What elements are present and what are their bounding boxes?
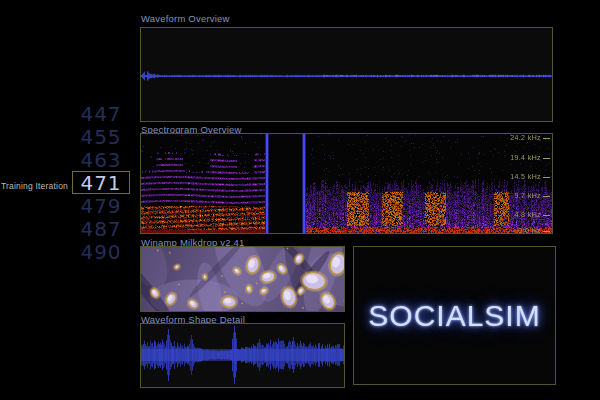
frequency-tick-label: 4.8 kHz bbox=[514, 211, 550, 219]
iteration-item[interactable]: 479 bbox=[72, 194, 130, 217]
tick-mark bbox=[543, 215, 550, 216]
spectrogram-canvas bbox=[141, 134, 552, 233]
app-window: Training Iteration 447455463471479487490… bbox=[0, 0, 600, 400]
iteration-item[interactable]: 487 bbox=[72, 217, 130, 240]
tick-mark bbox=[543, 196, 550, 197]
iteration-item[interactable]: 490 bbox=[72, 240, 130, 263]
tick-mark bbox=[543, 138, 550, 139]
tick-mark bbox=[543, 177, 550, 178]
frequency-tick-label: 19.4 kHz bbox=[510, 154, 550, 162]
spectrogram-overview-panel: 24.2 kHz19.4 kHz14.5 kHz9.7 kHz4.8 kHz0.… bbox=[140, 133, 553, 234]
milkdrop-visualization-canvas bbox=[141, 247, 344, 311]
waveform-overview-canvas bbox=[141, 28, 552, 121]
socialsim-panel: SOCIALSIM bbox=[353, 246, 556, 385]
tick-mark bbox=[543, 158, 550, 159]
waveform-overview-panel bbox=[140, 27, 553, 122]
socialsim-logo: SOCIALSIM bbox=[368, 299, 540, 333]
training-iteration-list: 447455463471479487490 bbox=[72, 102, 130, 263]
frequency-tick-label: 9.7 kHz bbox=[514, 192, 550, 200]
frequency-tick-label: 14.5 kHz bbox=[510, 173, 550, 181]
frequency-tick-label: 0.0 Hz bbox=[518, 227, 550, 235]
waveform-overview-title: Waveform Overview bbox=[141, 13, 230, 24]
tick-mark bbox=[543, 231, 550, 232]
iteration-item[interactable]: 471 bbox=[72, 171, 130, 194]
waveform-detail-canvas bbox=[141, 324, 344, 387]
iteration-item[interactable]: 447 bbox=[72, 102, 130, 125]
waveform-detail-panel bbox=[140, 323, 345, 388]
iteration-item[interactable]: 463 bbox=[72, 148, 130, 171]
frequency-tick-label: 24.2 kHz bbox=[510, 134, 550, 142]
iteration-item[interactable]: 455 bbox=[72, 125, 130, 148]
milkdrop-panel bbox=[140, 246, 345, 312]
training-iteration-label: Training Iteration bbox=[0, 181, 68, 191]
